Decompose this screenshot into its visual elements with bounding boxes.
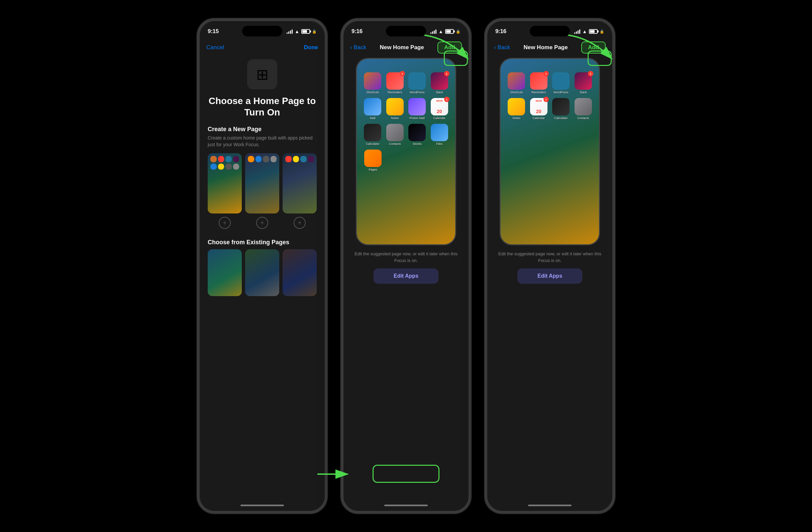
slack-icon: 1 — [431, 72, 448, 90]
choose-existing-title: Choose from Existing Pages — [208, 239, 317, 246]
home-indicator-3 — [487, 500, 612, 511]
shortcuts-icon — [364, 72, 381, 90]
home-bar-1 — [241, 505, 284, 506]
existing-thumbnails — [208, 249, 317, 296]
battery-icon-2 — [445, 29, 454, 34]
add-button-2[interactable]: Add — [437, 42, 462, 54]
bottom-text-3: Edit the suggested page now, or edit it … — [493, 250, 607, 264]
exist-thumb-2[interactable] — [245, 249, 279, 296]
preview-apps-3: Shortcuts 1Reminders WordPress 1Slack No… — [507, 72, 592, 124]
reminders-icon: 1 — [386, 72, 404, 90]
phone3: 9:16 ▲ 🔒 ‹ Back New Home Page Add — [484, 18, 615, 514]
edit-apps-button-2[interactable]: Edit Apps — [374, 268, 438, 284]
calculator-icon-3 — [552, 98, 569, 115]
battery-icon-3 — [589, 29, 598, 34]
add-circle-3[interactable]: + — [294, 217, 306, 229]
dynamic-island-3 — [530, 26, 570, 37]
shortcuts-icon-3 — [508, 72, 525, 90]
new-page-thumbnails — [208, 153, 317, 214]
back-button-3[interactable]: ‹ Back — [494, 44, 510, 51]
mail-icon — [364, 98, 381, 115]
thumb-3[interactable] — [282, 153, 317, 214]
wifi-icon-2: ▲ — [438, 29, 443, 34]
home-page-icon: ⊞ — [247, 59, 277, 89]
signal-icon-3 — [574, 29, 580, 34]
exist-thumb-3[interactable] — [282, 249, 317, 296]
time-2: 9:16 — [351, 28, 363, 35]
add-circle-2[interactable]: + — [256, 217, 268, 229]
create-section-title: Create a New Page — [208, 126, 317, 133]
phone-preview-2: Shortcuts 1Reminders WordPress 1Slack Ma… — [356, 58, 456, 245]
screen2-content: Shortcuts 1Reminders WordPress 1Slack Ma… — [344, 56, 468, 500]
cancel-button[interactable]: Cancel — [206, 44, 224, 51]
back-button-2[interactable]: ‹ Back — [350, 44, 366, 51]
exist-thumb-1[interactable] — [208, 249, 242, 296]
phone-preview-3: Shortcuts 1Reminders WordPress 1Slack No… — [499, 58, 600, 245]
preview-apps-2: Shortcuts 1Reminders WordPress 1Slack Ma… — [364, 72, 448, 175]
add-circle-1[interactable]: + — [219, 217, 231, 229]
phone2: 9:16 ▲ 🔒 ‹ Back New Home Page Add — [341, 18, 471, 514]
nav-bar-1: Cancel Done — [200, 39, 325, 56]
reminders-icon-3: 1 — [530, 72, 548, 90]
thumb-2[interactable] — [245, 153, 279, 214]
status-icons-2: ▲ 🔒 — [431, 29, 461, 34]
signal-icon-1 — [287, 29, 293, 34]
notes-icon-3 — [508, 98, 525, 115]
contacts-icon — [386, 124, 404, 141]
notes-icon — [386, 98, 404, 115]
pages-icon — [364, 149, 381, 167]
files-icon — [431, 124, 448, 141]
lock-icon-1: 🔒 — [312, 29, 317, 34]
stocks-icon — [408, 124, 426, 141]
dynamic-island-1 — [242, 26, 282, 37]
contacts-icon-3 — [575, 98, 592, 115]
home-bar-3 — [528, 505, 571, 506]
nav-title-2: New Home Page — [380, 44, 424, 51]
phone1-wrapper: 9:15 ▲ 🔒 Cancel Done — [197, 18, 328, 514]
phones-wrapper: 9:15 ▲ 🔒 Cancel Done — [187, 0, 625, 532]
wifi-icon-1: ▲ — [295, 29, 299, 34]
home-indicator-2 — [344, 500, 468, 511]
home-icon-container: ⊞ — [208, 59, 317, 89]
choose-title: Choose a Home Page to Turn On — [208, 95, 317, 118]
wifi-icon-3: ▲ — [582, 29, 587, 34]
add-circles-row: + + + — [208, 217, 317, 229]
add-button-3[interactable]: Add — [581, 42, 606, 54]
status-icons-3: ▲ 🔒 — [574, 29, 604, 34]
nav-bar-2: ‹ Back New Home Page Add — [344, 39, 468, 56]
protonmail-icon — [408, 98, 426, 115]
phone3-wrapper: 9:16 ▲ 🔒 ‹ Back New Home Page Add — [484, 18, 615, 514]
done-button[interactable]: Done — [304, 44, 318, 51]
create-section-desc: Create a custom home page built with app… — [208, 135, 317, 148]
status-icons-1: ▲ 🔒 — [287, 29, 317, 34]
nav-title-3: New Home Page — [523, 44, 567, 51]
phone2-wrapper: 9:16 ▲ 🔒 ‹ Back New Home Page Add — [341, 18, 471, 514]
time-3: 9:16 — [495, 28, 506, 35]
nav-bar-3: ‹ Back New Home Page Add — [487, 39, 612, 56]
bottom-text-2: Edit the suggested page now, or edit it … — [349, 250, 463, 264]
wordpress-icon-3 — [552, 72, 569, 90]
lock-icon-3: 🔒 — [600, 29, 604, 34]
signal-icon-2 — [431, 29, 436, 34]
wordpress-icon — [408, 72, 426, 90]
battery-icon-1 — [301, 29, 310, 34]
home-indicator-1 — [200, 500, 325, 511]
phone1: 9:15 ▲ 🔒 Cancel Done — [197, 18, 328, 514]
home-bar-2 — [384, 505, 428, 506]
dynamic-island-2 — [386, 26, 426, 37]
thumb-1[interactable] — [208, 153, 242, 214]
time-1: 9:15 — [208, 28, 219, 35]
slack-icon-3: 1 — [575, 72, 592, 90]
edit-apps-button-3[interactable]: Edit Apps — [517, 268, 582, 284]
calculator-icon — [364, 124, 381, 141]
calendar-icon-3: 1 20 MON — [530, 98, 548, 115]
lock-icon-2: 🔒 — [456, 29, 461, 34]
screen1-content: ⊞ Choose a Home Page to Turn On Create a… — [200, 56, 325, 500]
screen3-content: Shortcuts 1Reminders WordPress 1Slack No… — [487, 56, 612, 500]
calendar-icon: 1 20 MON — [431, 98, 448, 115]
